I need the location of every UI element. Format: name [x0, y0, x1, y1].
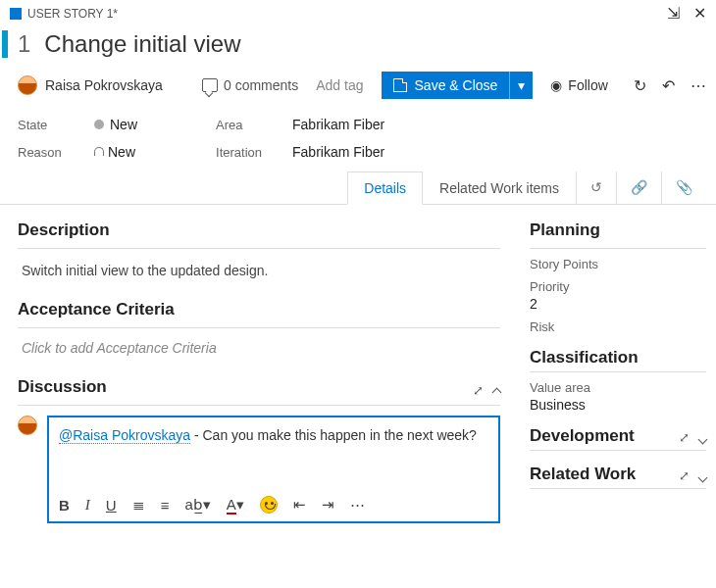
divider	[530, 371, 706, 372]
assigned-to-field[interactable]: Raisa Pokrovskaya	[18, 75, 184, 95]
indent-button[interactable]: ⇥	[322, 496, 334, 514]
related-work-heading: Related Work	[530, 465, 636, 484]
save-close-button[interactable]: Save & Close	[382, 72, 510, 99]
editor-more-button[interactable]: ⋯	[350, 496, 365, 514]
planning-heading: Planning	[530, 220, 706, 240]
divider	[18, 327, 500, 328]
value-area-value[interactable]: Business	[530, 397, 706, 413]
save-icon	[393, 78, 407, 92]
bulleted-list-button[interactable]: ≣	[132, 496, 145, 514]
divider	[530, 248, 706, 249]
divider	[18, 405, 500, 406]
underline-button[interactable]: U	[106, 497, 117, 514]
follow-eye-icon: ◉	[550, 77, 562, 93]
italic-button[interactable]: I	[85, 497, 90, 514]
discussion-editor[interactable]: @Raisa Pokrovskaya - Can you make this h…	[47, 416, 500, 523]
discussion-text: - Can you make this happen in the next w…	[190, 427, 477, 443]
follow-button[interactable]: ◉ Follow	[550, 77, 607, 93]
titlebar-type-label: USER STORY 1*	[27, 7, 118, 21]
development-heading: Development	[530, 426, 635, 446]
divider	[530, 450, 706, 451]
story-points-label: Story Points	[530, 257, 706, 271]
undo-button[interactable]: ↶	[662, 76, 675, 95]
state-label: State	[18, 118, 77, 132]
save-close-split-button: Save & Close ▾	[382, 72, 534, 99]
tab-links-icon[interactable]: 🔗	[616, 172, 661, 204]
comments-count[interactable]: 0 comments	[202, 77, 298, 93]
classification-heading: Classification	[530, 348, 639, 368]
development-collapse-icon[interactable]	[699, 430, 706, 446]
avatar-icon	[18, 75, 37, 95]
add-tag-button[interactable]: Add tag	[316, 77, 363, 93]
more-actions-button[interactable]: ⋯	[690, 76, 706, 95]
tab-bar: Details Related Work items ↺ 🔗 📎	[0, 172, 716, 205]
font-color-button[interactable]: A▾	[227, 496, 244, 514]
mention-link[interactable]: @Raisa Pokrovskaya	[59, 427, 190, 444]
lock-icon	[94, 147, 104, 156]
area-value[interactable]: Fabrikam Fiber	[292, 117, 384, 132]
assigned-to-name: Raisa Pokrovskaya	[45, 77, 163, 93]
work-item-type-icon	[10, 8, 22, 20]
iteration-value[interactable]: Fabrikam Fiber	[292, 144, 384, 160]
discussion-heading: Discussion	[18, 377, 107, 397]
value-area-label: Value area	[530, 380, 706, 395]
description-heading: Description	[18, 220, 500, 240]
work-item-title[interactable]: Change initial view	[44, 30, 240, 58]
rich-text-toolbar: B I U ≣ ≡ ab̲▾ A▾ ⇤ ⇥ ⋯	[49, 488, 498, 521]
related-work-collapse-icon[interactable]	[699, 468, 706, 484]
description-text[interactable]: Switch initial view to the updated desig…	[18, 257, 500, 300]
bold-button[interactable]: B	[59, 497, 70, 514]
tab-details[interactable]: Details	[347, 172, 423, 205]
development-expand-icon[interactable]: ⤢	[679, 430, 690, 446]
discussion-collapse-icon[interactable]	[493, 383, 500, 399]
tab-history-icon[interactable]: ↺	[576, 172, 616, 204]
acceptance-heading: Acceptance Criteria	[18, 300, 500, 319]
related-work-expand-icon[interactable]: ⤢	[679, 468, 690, 484]
state-value[interactable]: New	[94, 117, 137, 132]
tab-related-work-items[interactable]: Related Work items	[423, 172, 576, 204]
risk-label: Risk	[530, 319, 706, 334]
acceptance-placeholder[interactable]: Click to add Acceptance Criteria	[18, 336, 500, 377]
divider	[18, 248, 500, 249]
state-dot-icon	[94, 120, 104, 129]
outdent-button[interactable]: ⇤	[293, 496, 306, 514]
numbered-list-button[interactable]: ≡	[161, 497, 170, 514]
reason-value[interactable]: New	[94, 144, 135, 160]
divider	[530, 488, 706, 489]
work-item-id: 1	[18, 30, 30, 58]
comment-icon	[202, 78, 218, 92]
refresh-button[interactable]: ↻	[634, 76, 646, 95]
reason-label: Reason	[18, 145, 77, 160]
emoji-button[interactable]	[260, 496, 278, 514]
close-icon[interactable]: ✕	[693, 4, 706, 23]
iteration-label: Iteration	[216, 145, 275, 160]
priority-value[interactable]: 2	[530, 296, 706, 312]
area-label: Area	[216, 118, 275, 132]
priority-label: Priority	[530, 279, 706, 294]
highlight-color-button[interactable]: ab̲▾	[184, 496, 210, 514]
restore-window-icon[interactable]: ⇲	[667, 4, 680, 23]
save-dropdown-caret[interactable]: ▾	[509, 72, 533, 99]
accent-bar	[2, 30, 8, 58]
discussion-expand-icon[interactable]: ⤢	[473, 383, 484, 399]
tab-attachments-icon[interactable]: 📎	[661, 172, 706, 204]
comment-avatar-icon	[18, 416, 37, 435]
